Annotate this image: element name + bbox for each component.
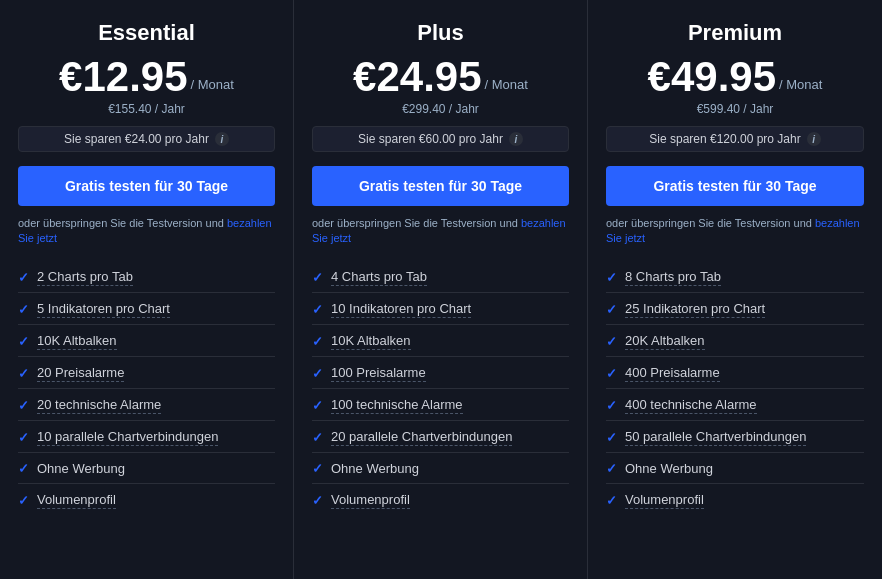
feature-item-premium-2: ✓20K Altbalken — [606, 325, 864, 357]
plan-name-premium: Premium — [606, 20, 864, 46]
check-icon-plus-3: ✓ — [312, 366, 323, 381]
savings-badge-premium: Sie sparen €120.00 pro Jahri — [606, 126, 864, 152]
check-icon-essential-3: ✓ — [18, 366, 29, 381]
feature-label-essential-6: Ohne Werbung — [37, 461, 125, 477]
skip-link-premium[interactable]: bezahlen Sie jetzt — [606, 217, 860, 244]
feature-label-plus-6: Ohne Werbung — [331, 461, 419, 477]
feature-item-plus-2: ✓10K Altbalken — [312, 325, 569, 357]
check-icon-premium-3: ✓ — [606, 366, 617, 381]
feature-label-plus-0: 4 Charts pro Tab — [331, 269, 427, 286]
savings-text-essential: Sie sparen €24.00 pro Jahr — [64, 132, 209, 146]
price-row-premium: €49.95/ Monat — [606, 56, 864, 98]
check-icon-plus-4: ✓ — [312, 398, 323, 413]
feature-item-premium-1: ✓25 Indikatoren pro Chart — [606, 293, 864, 325]
features-list-essential: ✓2 Charts pro Tab✓5 Indikatoren pro Char… — [18, 261, 275, 569]
feature-item-premium-7: ✓Volumenprofil — [606, 484, 864, 515]
price-row-essential: €12.95/ Monat — [18, 56, 275, 98]
feature-label-premium-0: 8 Charts pro Tab — [625, 269, 721, 286]
feature-label-plus-2: 10K Altbalken — [331, 333, 411, 350]
trial-button-plus[interactable]: Gratis testen für 30 Tage — [312, 166, 569, 206]
trial-button-essential[interactable]: Gratis testen für 30 Tage — [18, 166, 275, 206]
feature-label-essential-7: Volumenprofil — [37, 492, 116, 509]
check-icon-plus-1: ✓ — [312, 302, 323, 317]
price-period-plus: / Monat — [485, 77, 528, 92]
feature-item-premium-6: ✓Ohne Werbung — [606, 453, 864, 484]
feature-item-plus-5: ✓20 parallele Chartverbindungen — [312, 421, 569, 453]
price-main-premium: €49.95 — [648, 56, 776, 98]
check-icon-essential-4: ✓ — [18, 398, 29, 413]
price-period-premium: / Monat — [779, 77, 822, 92]
feature-item-essential-5: ✓10 parallele Chartverbindungen — [18, 421, 275, 453]
feature-item-plus-3: ✓100 Preisalarme — [312, 357, 569, 389]
skip-link-plus[interactable]: bezahlen Sie jetzt — [312, 217, 566, 244]
check-icon-premium-4: ✓ — [606, 398, 617, 413]
check-icon-essential-6: ✓ — [18, 461, 29, 476]
price-year-premium: €599.40 / Jahr — [606, 102, 864, 116]
feature-label-plus-1: 10 Indikatoren pro Chart — [331, 301, 471, 318]
plan-premium: Premium€49.95/ Monat€599.40 / JahrSie sp… — [588, 0, 882, 579]
feature-item-premium-3: ✓400 Preisalarme — [606, 357, 864, 389]
feature-item-essential-7: ✓Volumenprofil — [18, 484, 275, 515]
info-icon-premium[interactable]: i — [807, 132, 821, 146]
feature-label-plus-5: 20 parallele Chartverbindungen — [331, 429, 512, 446]
feature-item-plus-4: ✓100 technische Alarme — [312, 389, 569, 421]
check-icon-premium-0: ✓ — [606, 270, 617, 285]
plan-plus: Plus€24.95/ Monat€299.40 / JahrSie spare… — [294, 0, 588, 579]
plan-name-plus: Plus — [312, 20, 569, 46]
feature-label-premium-7: Volumenprofil — [625, 492, 704, 509]
feature-label-plus-3: 100 Preisalarme — [331, 365, 426, 382]
check-icon-premium-7: ✓ — [606, 493, 617, 508]
feature-label-essential-5: 10 parallele Chartverbindungen — [37, 429, 218, 446]
price-period-essential: / Monat — [191, 77, 234, 92]
feature-label-plus-7: Volumenprofil — [331, 492, 410, 509]
check-icon-plus-0: ✓ — [312, 270, 323, 285]
savings-text-plus: Sie sparen €60.00 pro Jahr — [358, 132, 503, 146]
feature-label-premium-4: 400 technische Alarme — [625, 397, 757, 414]
price-row-plus: €24.95/ Monat — [312, 56, 569, 98]
check-icon-essential-7: ✓ — [18, 493, 29, 508]
check-icon-plus-2: ✓ — [312, 334, 323, 349]
feature-item-plus-0: ✓4 Charts pro Tab — [312, 261, 569, 293]
feature-label-essential-2: 10K Altbalken — [37, 333, 117, 350]
check-icon-premium-1: ✓ — [606, 302, 617, 317]
check-icon-premium-5: ✓ — [606, 430, 617, 445]
price-year-essential: €155.40 / Jahr — [18, 102, 275, 116]
feature-label-premium-3: 400 Preisalarme — [625, 365, 720, 382]
plan-essential: Essential€12.95/ Monat€155.40 / JahrSie … — [0, 0, 294, 579]
check-icon-essential-1: ✓ — [18, 302, 29, 317]
feature-label-essential-0: 2 Charts pro Tab — [37, 269, 133, 286]
feature-item-premium-0: ✓8 Charts pro Tab — [606, 261, 864, 293]
feature-item-essential-6: ✓Ohne Werbung — [18, 453, 275, 484]
feature-item-plus-1: ✓10 Indikatoren pro Chart — [312, 293, 569, 325]
skip-text-premium: oder überspringen Sie die Testversion un… — [606, 216, 864, 247]
feature-label-premium-2: 20K Altbalken — [625, 333, 705, 350]
feature-item-essential-4: ✓20 technische Alarme — [18, 389, 275, 421]
feature-item-premium-5: ✓50 parallele Chartverbindungen — [606, 421, 864, 453]
feature-item-premium-4: ✓400 technische Alarme — [606, 389, 864, 421]
info-icon-plus[interactable]: i — [509, 132, 523, 146]
info-icon-essential[interactable]: i — [215, 132, 229, 146]
pricing-grid: Essential€12.95/ Monat€155.40 / JahrSie … — [0, 0, 882, 579]
feature-item-essential-3: ✓20 Preisalarme — [18, 357, 275, 389]
check-icon-plus-5: ✓ — [312, 430, 323, 445]
check-icon-essential-2: ✓ — [18, 334, 29, 349]
feature-label-essential-4: 20 technische Alarme — [37, 397, 161, 414]
trial-button-premium[interactable]: Gratis testen für 30 Tage — [606, 166, 864, 206]
feature-item-plus-7: ✓Volumenprofil — [312, 484, 569, 515]
check-icon-plus-6: ✓ — [312, 461, 323, 476]
savings-badge-plus: Sie sparen €60.00 pro Jahri — [312, 126, 569, 152]
features-list-plus: ✓4 Charts pro Tab✓10 Indikatoren pro Cha… — [312, 261, 569, 569]
check-icon-essential-5: ✓ — [18, 430, 29, 445]
price-main-plus: €24.95 — [353, 56, 481, 98]
skip-text-essential: oder überspringen Sie die Testversion un… — [18, 216, 275, 247]
plan-name-essential: Essential — [18, 20, 275, 46]
feature-item-essential-2: ✓10K Altbalken — [18, 325, 275, 357]
feature-label-essential-1: 5 Indikatoren pro Chart — [37, 301, 170, 318]
feature-label-premium-6: Ohne Werbung — [625, 461, 713, 477]
check-icon-premium-6: ✓ — [606, 461, 617, 476]
feature-label-essential-3: 20 Preisalarme — [37, 365, 124, 382]
skip-link-essential[interactable]: bezahlen Sie jetzt — [18, 217, 272, 244]
check-icon-essential-0: ✓ — [18, 270, 29, 285]
savings-badge-essential: Sie sparen €24.00 pro Jahri — [18, 126, 275, 152]
feature-label-plus-4: 100 technische Alarme — [331, 397, 463, 414]
